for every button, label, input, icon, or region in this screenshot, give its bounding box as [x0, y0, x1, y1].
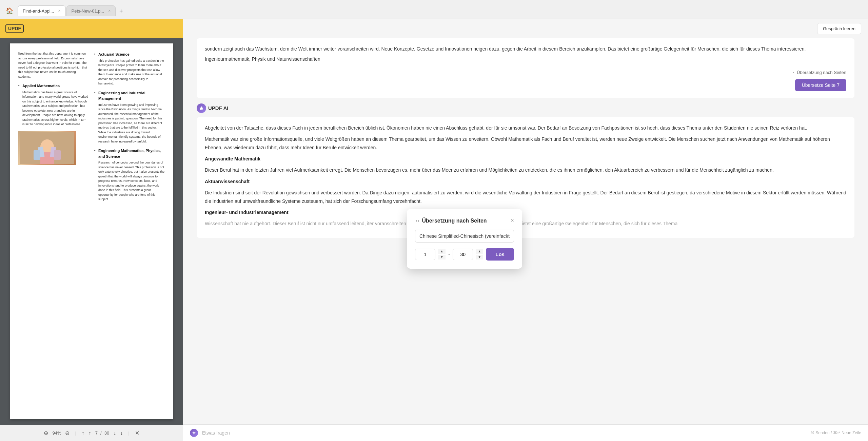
page-range: ▲ ▼ - ▲ ▼ Los — [415, 248, 514, 261]
updf-logo-text: UPDF — [8, 26, 21, 31]
home-icon[interactable]: 🏠 — [4, 5, 15, 16]
page-range-dash: - — [448, 251, 450, 257]
engineering-management-body: Industries have been growing and improvi… — [98, 103, 165, 144]
translation-para1: sondern zeigt auch das Wachstum, dem die… — [205, 45, 846, 53]
ai-response-section: UPDF AI Abgeleitet von der Tatsache, das… — [197, 103, 854, 238]
ai-title-actuarial: Aktuarwissenschaft — [205, 177, 846, 186]
ai-title-engineering: Ingenieur- und Industriemanagement — [205, 208, 846, 217]
applied-math-heading: Applied Mathematics — [22, 84, 60, 88]
engineering-management-heading: Engineering and Industrial Management — [98, 91, 145, 101]
applied-math-section: Applied Mathematics Mathematics has been… — [18, 83, 89, 127]
zoom-value: 94% — [52, 430, 61, 436]
engineering-math-heading: Engineering Mathematics, Physics, and Sc… — [98, 149, 161, 158]
actuarial-section: Actuarial Science This profession has ga… — [94, 52, 165, 86]
pdf-content: lized from the fact that this department… — [0, 38, 183, 425]
ai-section-math: Mathematik war eine große Informationsqu… — [205, 135, 846, 152]
main-layout: UPDF lized from the fact that this depar… — [0, 19, 868, 441]
zoom-out-icon[interactable]: ⊖ — [65, 430, 70, 436]
modal-header: ↔ Übersetzung nach Seiten × — [415, 217, 514, 224]
clear-conversation-button[interactable]: Gespräch leeren — [817, 23, 861, 34]
browser-chrome: 🏠 Find-and-Appl... × Pets-New-01.p... × … — [0, 0, 868, 19]
tab-label: Find-and-Appl... — [23, 8, 54, 14]
updf-logo: UPDF — [5, 24, 24, 33]
modal-close-button[interactable]: × — [510, 217, 514, 224]
translation-by-pages-label: Übersetzung nach Seiten — [797, 69, 846, 76]
translation-section: sondern zeigt auch das Wachstum, dem die… — [197, 38, 854, 98]
current-page: 7 — [95, 430, 98, 436]
pdf-panel: UPDF lized from the fact that this depar… — [0, 19, 183, 441]
pdf-left-col: lized from the fact that this department… — [18, 52, 89, 206]
updf-ai-icon — [197, 103, 206, 113]
ai-section-engineering: Die Industrien sind seit der Revolution … — [205, 189, 846, 206]
modal-title: ↔ Übersetzung nach Seiten — [415, 218, 487, 224]
last-page-icon[interactable]: ↓ — [120, 430, 123, 436]
zoom-in-icon[interactable]: ⊕ — [44, 430, 48, 436]
page-to-up[interactable]: ▲ — [476, 249, 483, 254]
go-button[interactable]: Los — [486, 248, 514, 261]
actuarial-heading: Actuarial Science — [98, 52, 130, 56]
tab-find-and-apply[interactable]: Find-and-Appl... × — [18, 5, 66, 16]
engineering-math-section: Engineering Mathematics, Physics, and Sc… — [94, 148, 165, 202]
prev-page-icon[interactable]: ↑ — [88, 430, 91, 436]
first-page-icon[interactable]: ↑ — [82, 430, 84, 436]
tab-close-1[interactable]: × — [58, 8, 61, 13]
ai-panel-header: Gespräch leeren — [183, 19, 868, 38]
total-pages: 30 — [104, 430, 109, 436]
updf-ai-badge: UPDF AI — [197, 103, 854, 113]
ai-panel: Gespräch leeren sondern zeigt auch das W… — [183, 19, 868, 441]
next-page-icon[interactable]: ↓ — [113, 430, 116, 436]
ai-title-math: Angewandte Mathematik — [205, 155, 846, 163]
actuarial-body: This profession has gained quite a tract… — [98, 59, 165, 86]
ai-para1: Abgeleitet von der Tatsache, dass dieses… — [205, 124, 846, 132]
tab-close-2[interactable]: × — [108, 8, 111, 13]
pdf-right-col: Actuarial Science This profession has ga… — [94, 52, 165, 206]
new-tab-button[interactable]: + — [116, 7, 126, 16]
tab-pets-new[interactable]: Pets-New-01.p... × — [66, 5, 116, 16]
translate-page-button[interactable]: Übersetze Seite 7 — [795, 79, 846, 91]
pdf-intro-text: lized from the fact that this department… — [18, 52, 89, 79]
pdf-image — [18, 131, 76, 165]
page-to-down[interactable]: ▼ — [476, 255, 483, 260]
page-from-down[interactable]: ▼ — [438, 255, 446, 260]
ai-sparkle-icon — [190, 429, 198, 437]
language-select-wrapper: Chinese Simplified-Chinesisch (vereinfac… — [415, 230, 514, 243]
page-from-input[interactable] — [415, 249, 435, 260]
tab-label: Pets-New-01.p... — [72, 8, 104, 14]
translation-modal: ↔ Übersetzung nach Seiten × Chinese Simp… — [407, 209, 522, 269]
engineering-math-body: Research of concepts beyond the boundari… — [98, 160, 165, 202]
pdf-toolbar: UPDF — [0, 19, 183, 38]
tabs-area: Find-and-Appl... × Pets-New-01.p... × + — [18, 5, 126, 16]
svg-rect-6 — [34, 150, 40, 160]
pdf-columns: lized from the fact that this department… — [18, 52, 165, 206]
updf-ai-label: UPDF AI — [208, 105, 228, 111]
pdf-page: lized from the fact that this department… — [10, 43, 173, 419]
ai-question-input[interactable] — [202, 430, 806, 436]
zoom-level: 94% — [52, 430, 61, 436]
ai-section-engmath-partial: Wissenschaft hat nie aufgehört. Dieser B… — [205, 219, 846, 228]
engineering-management-section: Engineering and Industrial Management In… — [94, 90, 165, 144]
svg-rect-7 — [54, 150, 61, 160]
pdf-bottom-bar: ⊕ 94% ⊖ | ↑ ↑ 7 / 30 ↓ ↓ | ✕ — [0, 425, 183, 441]
translation-para2: Ingenieurmathematik, Physik und Naturwis… — [205, 55, 846, 63]
pdf-image-inner — [18, 131, 76, 165]
close-pdf-icon[interactable]: ✕ — [135, 430, 139, 436]
language-select[interactable]: Chinese Simplified-Chinesisch (vereinfac… — [415, 230, 514, 243]
ai-section-actuarial: Dieser Beruf hat in den letzten Jahren v… — [205, 166, 846, 174]
ai-content[interactable]: sondern zeigt auch das Wachstum, dem die… — [183, 38, 868, 424]
updf-logo-box: UPDF — [5, 24, 24, 33]
ai-translation-box: Abgeleitet von der Tatsache, dass dieses… — [197, 117, 854, 238]
send-hint: ⌘ Senden / ⌘↵ Neue Zeile — [810, 430, 861, 435]
page-nav: 7 / 30 — [95, 430, 109, 436]
svg-point-5 — [42, 139, 52, 150]
page-from-up[interactable]: ▲ — [438, 249, 446, 254]
page-to-input[interactable] — [453, 249, 473, 260]
applied-math-body: Mathematics has been a great source of i… — [22, 90, 89, 127]
ai-input-bar: ⌘ Senden / ⌘↵ Neue Zeile — [183, 424, 868, 441]
